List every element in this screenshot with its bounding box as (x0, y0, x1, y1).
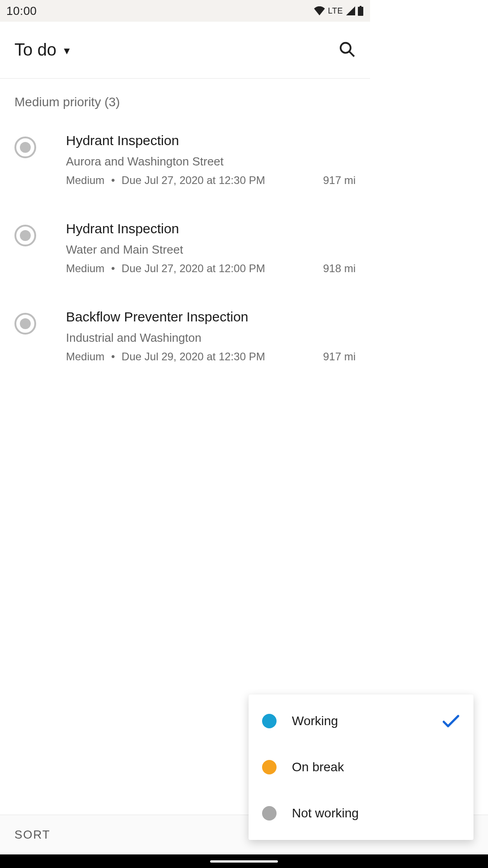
task-title: Hydrant Inspection (66, 221, 356, 236)
list-item[interactable]: Hydrant Inspection Aurora and Washington… (0, 113, 370, 201)
task-distance: 917 mi (316, 350, 356, 363)
task-location: Industrial and Washington (66, 331, 356, 345)
task-priority: Medium (66, 174, 104, 186)
task-meta: Medium • Due Jul 27, 2020 at 12:00 PM (66, 262, 265, 275)
task-body: Backflow Preventer Inspection Industrial… (66, 309, 356, 363)
task-status-toggle[interactable] (14, 225, 36, 246)
cell-signal-icon (346, 6, 356, 15)
task-status-toggle[interactable] (14, 313, 36, 335)
app-header: To do ▼ (0, 22, 370, 79)
android-status-bar: 10:00 LTE (0, 0, 370, 22)
task-body: Hydrant Inspection Water and Main Street… (66, 221, 356, 275)
task-priority: Medium (66, 350, 104, 363)
task-location: Aurora and Washington Street (66, 155, 356, 169)
battery-icon (357, 6, 364, 16)
task-location: Water and Main Street (66, 243, 356, 257)
list-filter-dropdown[interactable]: To do ▼ (14, 40, 72, 60)
task-body: Hydrant Inspection Aurora and Washington… (66, 133, 356, 187)
list-item[interactable]: Backflow Preventer Inspection Industrial… (0, 289, 370, 377)
task-due: Due Jul 27, 2020 at 12:00 PM (122, 262, 265, 274)
chevron-down-icon: ▼ (62, 45, 72, 57)
task-meta: Medium • Due Jul 29, 2020 at 12:30 PM (66, 350, 265, 363)
task-priority: Medium (66, 262, 104, 274)
status-indicators: LTE (314, 6, 364, 16)
task-title: Backflow Preventer Inspection (66, 309, 356, 325)
section-header: Medium priority (3) (0, 79, 370, 113)
svg-line-1 (349, 51, 354, 56)
wifi-icon (314, 6, 325, 15)
task-distance: 917 mi (316, 174, 356, 187)
task-due: Due Jul 27, 2020 at 12:30 PM (122, 174, 265, 186)
search-icon (338, 41, 356, 58)
search-button[interactable] (338, 41, 356, 60)
svg-point-0 (341, 42, 351, 52)
task-list: Hydrant Inspection Aurora and Washington… (0, 113, 370, 377)
task-distance: 918 mi (316, 262, 356, 275)
task-status-toggle[interactable] (14, 137, 36, 158)
list-item[interactable]: Hydrant Inspection Water and Main Street… (0, 201, 370, 289)
network-type: LTE (328, 6, 343, 16)
task-due: Due Jul 29, 2020 at 12:30 PM (122, 350, 265, 363)
status-time: 10:00 (6, 4, 37, 18)
task-meta: Medium • Due Jul 27, 2020 at 12:30 PM (66, 174, 265, 187)
page-title: To do (14, 40, 56, 60)
task-title: Hydrant Inspection (66, 133, 356, 148)
